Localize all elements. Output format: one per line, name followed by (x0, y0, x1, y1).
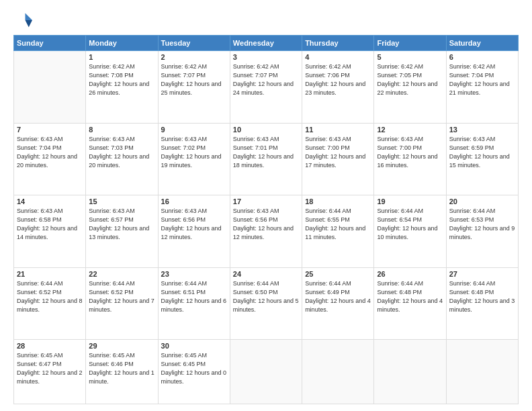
day-number: 9 (161, 126, 227, 134)
calendar-cell: 5 Sunrise: 6:42 AMSunset: 7:05 PMDayligh… (374, 51, 446, 124)
calendar-cell: 12 Sunrise: 6:43 AMSunset: 7:00 PMDaylig… (374, 123, 446, 195)
day-number: 22 (89, 270, 154, 278)
day-number: 18 (305, 197, 371, 205)
calendar-table: SundayMondayTuesdayWednesdayThursdayFrid… (13, 35, 519, 404)
day-info: Sunrise: 6:44 AMSunset: 6:51 PMDaylight:… (161, 279, 227, 314)
day-info: Sunrise: 6:43 AMSunset: 6:57 PMDaylight:… (89, 207, 154, 242)
calendar-cell: 2 Sunrise: 6:42 AMSunset: 7:07 PMDayligh… (158, 51, 230, 124)
day-number: 21 (17, 270, 83, 278)
calendar-cell: 6 Sunrise: 6:42 AMSunset: 7:04 PMDayligh… (446, 51, 518, 124)
calendar-cell: 20 Sunrise: 6:44 AMSunset: 6:53 PMDaylig… (446, 195, 518, 268)
day-info: Sunrise: 6:43 AMSunset: 7:01 PMDaylight:… (233, 135, 299, 170)
day-number: 24 (233, 270, 299, 278)
day-info: Sunrise: 6:44 AMSunset: 6:50 PMDaylight:… (233, 279, 299, 314)
day-number: 26 (377, 270, 443, 278)
day-info: Sunrise: 6:44 AMSunset: 6:54 PMDaylight:… (377, 207, 443, 242)
calendar-cell (374, 340, 446, 404)
calendar-cell: 26 Sunrise: 6:44 AMSunset: 6:48 PMDaylig… (374, 267, 446, 340)
calendar-cell (446, 340, 518, 404)
calendar-week-row: 28 Sunrise: 6:45 AMSunset: 6:47 PMDaylig… (14, 340, 519, 404)
weekday-saturday: Saturday (446, 36, 518, 51)
weekday-header-row: SundayMondayTuesdayWednesdayThursdayFrid… (14, 36, 519, 51)
svg-marker-0 (26, 13, 33, 21)
page: SundayMondayTuesdayWednesdayThursdayFrid… (0, 0, 532, 411)
day-number: 25 (305, 270, 371, 278)
day-number: 1 (89, 53, 154, 61)
calendar-cell: 10 Sunrise: 6:43 AMSunset: 7:01 PMDaylig… (230, 123, 302, 195)
day-number: 27 (449, 270, 515, 278)
day-info: Sunrise: 6:42 AMSunset: 7:04 PMDaylight:… (449, 62, 515, 97)
calendar-cell: 25 Sunrise: 6:44 AMSunset: 6:49 PMDaylig… (302, 267, 374, 340)
day-info: Sunrise: 6:42 AMSunset: 7:07 PMDaylight:… (161, 62, 227, 97)
calendar-cell: 16 Sunrise: 6:43 AMSunset: 6:56 PMDaylig… (158, 195, 230, 268)
calendar-cell: 23 Sunrise: 6:44 AMSunset: 6:51 PMDaylig… (158, 267, 230, 340)
weekday-monday: Monday (86, 36, 158, 51)
calendar-cell: 18 Sunrise: 6:44 AMSunset: 6:55 PMDaylig… (302, 195, 374, 268)
day-number: 16 (161, 197, 227, 205)
day-number: 30 (161, 342, 227, 350)
day-number: 14 (17, 197, 83, 205)
calendar-week-row: 1 Sunrise: 6:42 AMSunset: 7:08 PMDayligh… (14, 51, 519, 124)
day-info: Sunrise: 6:42 AMSunset: 7:07 PMDaylight:… (233, 62, 299, 97)
calendar-cell: 21 Sunrise: 6:44 AMSunset: 6:52 PMDaylig… (14, 267, 86, 340)
calendar-cell (14, 51, 86, 124)
calendar-cell: 13 Sunrise: 6:43 AMSunset: 6:59 PMDaylig… (446, 123, 518, 195)
day-info: Sunrise: 6:44 AMSunset: 6:52 PMDaylight:… (17, 279, 83, 314)
calendar-cell: 17 Sunrise: 6:43 AMSunset: 6:56 PMDaylig… (230, 195, 302, 268)
calendar-cell: 8 Sunrise: 6:43 AMSunset: 7:03 PMDayligh… (86, 123, 158, 195)
day-info: Sunrise: 6:42 AMSunset: 7:05 PMDaylight:… (377, 62, 443, 97)
calendar-cell: 1 Sunrise: 6:42 AMSunset: 7:08 PMDayligh… (86, 51, 158, 124)
day-number: 5 (377, 53, 443, 61)
day-info: Sunrise: 6:42 AMSunset: 7:08 PMDaylight:… (89, 62, 154, 97)
calendar-cell (302, 340, 374, 404)
calendar-week-row: 14 Sunrise: 6:43 AMSunset: 6:58 PMDaylig… (14, 195, 519, 268)
calendar-cell: 14 Sunrise: 6:43 AMSunset: 6:58 PMDaylig… (14, 195, 86, 268)
weekday-tuesday: Tuesday (158, 36, 230, 51)
calendar-cell: 28 Sunrise: 6:45 AMSunset: 6:47 PMDaylig… (14, 340, 86, 404)
calendar-cell: 22 Sunrise: 6:44 AMSunset: 6:52 PMDaylig… (86, 267, 158, 340)
day-info: Sunrise: 6:45 AMSunset: 6:46 PMDaylight:… (89, 351, 154, 386)
day-info: Sunrise: 6:44 AMSunset: 6:49 PMDaylight:… (305, 279, 371, 314)
calendar-week-row: 7 Sunrise: 6:43 AMSunset: 7:04 PMDayligh… (14, 123, 519, 195)
day-number: 28 (17, 342, 83, 350)
day-info: Sunrise: 6:45 AMSunset: 6:47 PMDaylight:… (17, 351, 83, 386)
calendar-cell: 27 Sunrise: 6:44 AMSunset: 6:48 PMDaylig… (446, 267, 518, 340)
day-info: Sunrise: 6:44 AMSunset: 6:48 PMDaylight:… (377, 279, 443, 314)
day-number: 17 (233, 197, 299, 205)
logo (13, 11, 35, 30)
calendar-cell: 9 Sunrise: 6:43 AMSunset: 7:02 PMDayligh… (158, 123, 230, 195)
day-info: Sunrise: 6:43 AMSunset: 6:56 PMDaylight:… (161, 207, 227, 242)
day-number: 11 (305, 126, 371, 134)
weekday-thursday: Thursday (302, 36, 374, 51)
day-number: 20 (449, 197, 515, 205)
calendar-cell: 19 Sunrise: 6:44 AMSunset: 6:54 PMDaylig… (374, 195, 446, 268)
logo-icon (13, 11, 32, 30)
day-info: Sunrise: 6:43 AMSunset: 7:03 PMDaylight:… (89, 135, 154, 170)
day-number: 29 (89, 342, 154, 350)
day-number: 19 (377, 197, 443, 205)
weekday-friday: Friday (374, 36, 446, 51)
day-number: 6 (449, 53, 515, 61)
day-number: 2 (161, 53, 227, 61)
calendar-cell: 11 Sunrise: 6:43 AMSunset: 7:00 PMDaylig… (302, 123, 374, 195)
calendar-cell: 4 Sunrise: 6:42 AMSunset: 7:06 PMDayligh… (302, 51, 374, 124)
calendar-cell: 24 Sunrise: 6:44 AMSunset: 6:50 PMDaylig… (230, 267, 302, 340)
day-number: 7 (17, 126, 83, 134)
calendar-cell: 7 Sunrise: 6:43 AMSunset: 7:04 PMDayligh… (14, 123, 86, 195)
calendar-cell: 15 Sunrise: 6:43 AMSunset: 6:57 PMDaylig… (86, 195, 158, 268)
day-info: Sunrise: 6:43 AMSunset: 7:02 PMDaylight:… (161, 135, 227, 170)
calendar-cell: 3 Sunrise: 6:42 AMSunset: 7:07 PMDayligh… (230, 51, 302, 124)
day-info: Sunrise: 6:43 AMSunset: 7:04 PMDaylight:… (17, 135, 83, 170)
day-number: 12 (377, 126, 443, 134)
day-info: Sunrise: 6:43 AMSunset: 6:58 PMDaylight:… (17, 207, 83, 242)
day-number: 10 (233, 126, 299, 134)
day-info: Sunrise: 6:42 AMSunset: 7:06 PMDaylight:… (305, 62, 371, 97)
day-number: 4 (305, 53, 371, 61)
day-info: Sunrise: 6:44 AMSunset: 6:48 PMDaylight:… (449, 279, 515, 314)
calendar-week-row: 21 Sunrise: 6:44 AMSunset: 6:52 PMDaylig… (14, 267, 519, 340)
day-info: Sunrise: 6:43 AMSunset: 7:00 PMDaylight:… (377, 135, 443, 170)
day-info: Sunrise: 6:43 AMSunset: 6:56 PMDaylight:… (233, 207, 299, 242)
day-info: Sunrise: 6:43 AMSunset: 6:59 PMDaylight:… (449, 135, 515, 170)
day-info: Sunrise: 6:45 AMSunset: 6:45 PMDaylight:… (161, 351, 227, 386)
day-number: 13 (449, 126, 515, 134)
